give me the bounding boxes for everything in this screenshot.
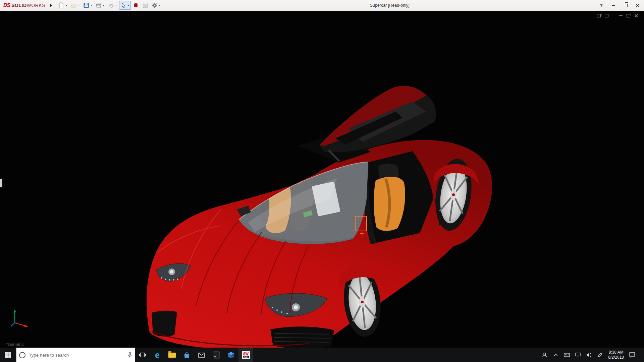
taskbar: e SW 2017 [0,348,644,362]
doc-restore-icon[interactable] [627,14,630,17]
taskbar-apps: e SW 2017 [135,348,253,362]
doc-minimize-icon[interactable] [619,15,623,16]
cortana-circle-icon [19,352,25,358]
dropdown-caret-icon[interactable] [103,5,105,6]
print-button[interactable] [94,1,106,10]
keyboard-icon [564,353,570,357]
search-input[interactable] [28,352,125,358]
console-app-button[interactable] [209,348,224,362]
help-button[interactable]: ? [597,1,606,9]
folder-icon [168,353,176,358]
taskbar-clock[interactable]: 8:38 AM 8/2/2018 [608,350,624,360]
open-folder-icon [71,2,77,8]
document-window-controls [597,14,638,17]
close-icon [636,3,640,7]
dropdown-caret-icon[interactable] [65,5,67,6]
microphone-icon[interactable] [127,352,132,358]
dropdown-caret-icon[interactable] [78,5,80,6]
volume-button[interactable] [586,352,592,358]
minimize-icon [612,5,615,6]
solidworks-logo: DS SOLIDWORKS [0,2,48,8]
open-button[interactable] [69,1,81,10]
store-bag-icon [183,352,190,358]
people-button[interactable] [542,352,548,358]
action-center-button[interactable] [629,352,635,358]
dropdown-caret-icon[interactable] [127,5,129,6]
task-view-icon [139,352,146,358]
select-tool-button[interactable] [119,1,131,10]
solidworks-2017-icon: SW 2017 [242,351,250,359]
new-document-icon [58,2,64,8]
clock-time: 8:38 AM [609,350,624,355]
taskbar-search[interactable] [16,348,135,362]
system-tray: 8:38 AM 8/2/2018 [542,348,644,362]
orientation-triad [7,307,31,330]
close-button[interactable] [633,1,642,9]
solidworks-app-button[interactable]: SW 2017 [238,348,253,362]
blue-cube-icon [227,351,235,359]
undo-button[interactable] [107,1,118,10]
store-button[interactable] [179,348,194,362]
sheet-format-button[interactable] [141,1,150,10]
edge-icon: e [155,351,160,359]
pen-settings-button[interactable] [597,352,603,358]
quick-access-toolbar [57,1,162,10]
dropdown-caret-icon[interactable] [115,5,117,6]
edrawings-button[interactable] [224,348,238,362]
xpress-tools-icon [133,2,139,8]
document-title: Supercar [Read-only] [370,0,410,11]
feature-manager-collapsed-tab[interactable] [0,179,2,187]
doc-close-icon[interactable] [634,14,638,17]
view-orientation-label: *Dimetric [6,342,24,347]
windows-logo-icon [5,352,11,358]
window-controls: ? [597,0,642,11]
save-icon [83,2,89,8]
network-icon [575,353,581,357]
solidworks-xpress-button[interactable] [131,1,140,10]
ds-logo-icon: DS [3,2,10,8]
dropdown-caret-icon[interactable] [159,5,161,6]
undo-icon [108,2,114,8]
minimize-button[interactable] [609,1,618,9]
action-center-icon [629,352,635,358]
touch-keyboard-button[interactable] [564,352,570,358]
network-button[interactable] [575,352,581,358]
task-view-button[interactable] [135,348,150,362]
menu-flyout-arrow-icon[interactable] [50,4,52,7]
car-3d-render [0,11,644,348]
mail-button[interactable] [194,348,209,362]
edge-button[interactable]: e [150,348,165,362]
person-icon [542,352,547,358]
console-window-icon [213,351,220,359]
envelope-icon [198,353,205,358]
chevron-up-icon [554,354,558,356]
file-explorer-button[interactable] [165,348,179,362]
new-document-button[interactable] [57,1,69,10]
brand-wordmark: SOLIDWORKS [11,3,45,8]
titlebar: DS SOLIDWORKS [0,0,644,11]
pen-icon [598,353,602,357]
window-icon[interactable] [597,14,601,17]
restore-icon [624,4,628,7]
gear-icon [152,2,158,8]
options-button[interactable] [150,1,162,10]
sheet-format-icon [142,2,148,8]
start-button[interactable] [0,348,16,362]
select-cursor-icon [120,2,126,8]
print-icon [96,2,102,8]
speaker-icon [586,353,592,357]
triad-axes-icon [7,307,31,329]
window-icon[interactable] [605,14,608,17]
dropdown-caret-icon[interactable] [90,5,92,6]
maximize-button[interactable] [621,1,630,9]
screen: DS SOLIDWORKS [0,0,644,362]
clock-date: 8/2/2018 [608,355,624,360]
hidden-icons-button[interactable] [553,352,559,358]
save-button[interactable] [82,1,94,10]
graphics-viewport[interactable]: *Dimetric [0,11,644,348]
